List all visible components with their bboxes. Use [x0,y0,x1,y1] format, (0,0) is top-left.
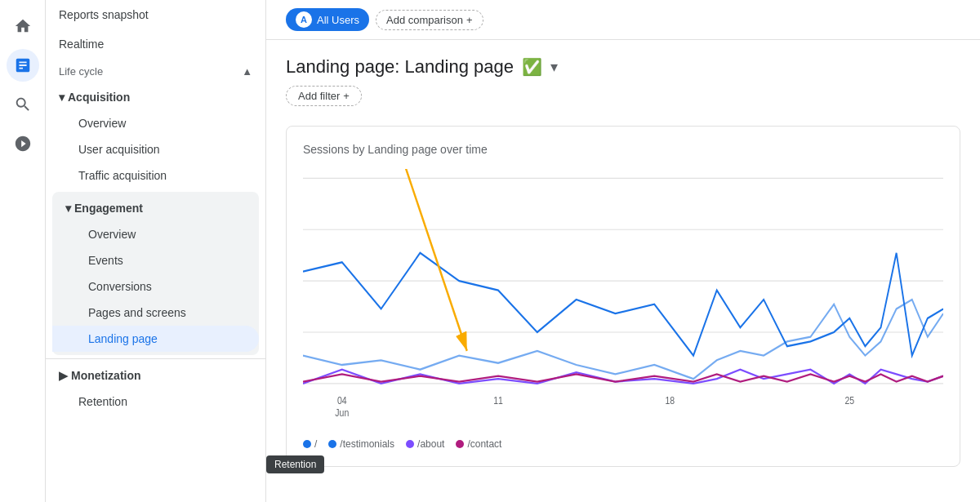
sidebar-monetization-group[interactable]: ▶ Monetization [46,362,265,389]
page-title: Landing page: Landing page [286,56,514,78]
legend-dot-contact [456,440,464,448]
sidebar-lifecycle-section[interactable]: Life cycle ▲ [46,59,265,84]
sidebar-item-engagement-overview[interactable]: Overview [52,221,259,247]
home-nav-item[interactable] [7,10,39,42]
sidebar-item-events[interactable]: Events [52,247,259,273]
retention-tooltip: Retention [266,455,324,473]
sidebar-item-conversions[interactable]: Conversions [52,273,259,300]
triangle-right-icon: ▶ [59,369,68,382]
svg-text:Jun: Jun [335,407,349,418]
sidebar-item-traffic-acquisition[interactable]: Traffic acquisition [46,162,265,189]
triangle-icon: ▾ [59,91,65,104]
svg-text:04: 04 [337,395,347,406]
add-filter-button[interactable]: Add filter + [286,86,362,106]
sidebar-item-landing-page[interactable]: Landing page [52,326,259,352]
main-content: A All Users Add comparison + Landing pag… [266,0,980,502]
header-bar: A All Users Add comparison + [266,0,980,40]
chart-legend: / /testimonials /about /contact [303,438,943,450]
sidebar-item-retention[interactable]: Retention [46,389,265,415]
explore-nav-item[interactable] [7,88,39,121]
sidebar-item-pages-screens[interactable]: Pages and screens [52,300,259,326]
add-comparison-button[interactable]: Add comparison + [376,10,483,30]
icon-rail [0,0,46,502]
sidebar-realtime[interactable]: Realtime [46,29,265,59]
chevron-up-icon: ▲ [242,65,252,78]
chart-title: Sessions by Landing page over time [303,143,943,156]
svg-text:25: 25 [844,395,854,406]
legend-dot-slash [303,440,311,448]
page-header: Landing page: Landing page ✅ ▾ Add filte… [266,40,980,113]
avatar: A [296,11,312,28]
sidebar-item-acquisition-overview[interactable]: Overview [46,110,265,136]
page-title-row: Landing page: Landing page ✅ ▾ [286,56,960,78]
legend-item-slash: / [303,438,317,450]
svg-line-11 [404,169,466,351]
chart-section: Sessions by Landing page over time 04 [286,126,960,467]
legend-item-contact: /contact [456,438,501,450]
integrations-nav-item[interactable] [7,127,39,160]
legend-dot-testimonials [328,440,336,448]
dropdown-arrow-icon[interactable]: ▾ [550,58,558,76]
analytics-nav-item[interactable] [7,49,39,82]
chart-svg: 04 Jun 11 18 25 [303,169,943,430]
verified-icon: ✅ [522,57,542,77]
sidebar-acquisition-group[interactable]: ▾ Acquisition [46,84,265,110]
sidebar-reports-snapshot[interactable]: Reports snapshot [46,0,265,29]
sidebar-engagement-group[interactable]: ▾ Engagement [52,195,259,221]
triangle-icon-engagement: ▾ [65,202,71,215]
all-users-chip[interactable]: A All Users [286,8,369,31]
chart-container: 04 Jun 11 18 25 [303,169,943,430]
svg-text:18: 18 [666,395,675,406]
legend-item-about: /about [406,438,444,450]
sidebar: Reports snapshot Realtime Life cycle ▲ ▾… [46,0,266,502]
svg-text:11: 11 [493,395,503,406]
sidebar-item-user-acquisition[interactable]: User acquisition [46,136,265,162]
legend-dot-about [406,440,414,448]
legend-item-dot2: /testimonials [328,438,394,450]
